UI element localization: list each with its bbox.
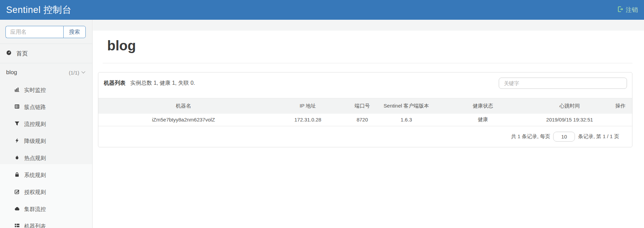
search-button[interactable]: 搜索 (63, 26, 86, 38)
cell-ip: 172.31.0.28 (269, 114, 347, 126)
sidebar-item-label: 集群流控 (24, 206, 46, 213)
keyword-search-input[interactable] (499, 78, 627, 89)
sidebar-search-area: 搜索 (0, 20, 92, 44)
check-square-icon (14, 189, 20, 196)
fire-icon (14, 155, 20, 162)
list-icon (14, 104, 20, 111)
sidebar-item-label: 流控规则 (24, 121, 46, 128)
app-health-count: (1/1) (69, 70, 79, 76)
chevron-down-icon (81, 70, 85, 74)
sidebar-item-label: 热点规则 (24, 155, 46, 162)
filter-icon (14, 121, 20, 128)
sidebar-item-home-label: 首页 (16, 50, 28, 58)
sidebar-item-cluster-link[interactable]: 簇点链路 (0, 99, 92, 116)
server-icon (14, 223, 20, 228)
col-heartbeat-time: 心跳时间 (531, 98, 609, 114)
machine-list-panel: 机器列表 实例总数 1, 健康 1, 失联 0. 机器名 IP 地址 端口号 S… (98, 72, 632, 147)
sidebar-item-home[interactable]: 首页 (0, 44, 92, 63)
sidebar-item-machine-list[interactable]: 机器列表 (0, 218, 92, 228)
sidebar-item-label: 授权规则 (24, 189, 46, 196)
brand-title[interactable]: Sentinel 控制台 (6, 4, 71, 16)
logout-button[interactable]: 注销 (617, 6, 638, 14)
page-size-input[interactable] (553, 132, 575, 142)
sidebar-item-label: 系统规则 (24, 172, 46, 179)
sidebar-item-system-rules[interactable]: 系统规则 (0, 167, 92, 184)
sidebar-item-authority-rules[interactable]: 授权规则 (0, 184, 92, 201)
sidebar-item-realtime-monitor[interactable]: 实时监控 (0, 82, 92, 99)
sidebar-item-cluster-flow[interactable]: 集群流控 (0, 201, 92, 218)
table-header-row: 机器名 IP 地址 端口号 Sentinel 客户端版本 健康状态 心跳时间 操… (98, 98, 632, 114)
cell-actions (609, 114, 632, 126)
cell-health-status: 健康 (435, 114, 531, 126)
main-area: blog 机器列表 实例总数 1, 健康 1, 失联 0. 机器名 IP (93, 20, 644, 228)
bar-chart-icon (14, 87, 20, 94)
cloud-icon (14, 206, 20, 213)
machine-list-panel-heading: 机器列表 实例总数 1, 健康 1, 失联 0. (98, 72, 632, 98)
sidebar-item-flow-rules[interactable]: 流控规则 (0, 116, 92, 133)
col-actions: 操作 (609, 98, 632, 114)
lock-icon (14, 172, 20, 179)
top-navbar: Sentinel 控制台 注销 (0, 0, 644, 20)
app-search-input[interactable] (5, 26, 63, 38)
instance-summary: 实例总数 1, 健康 1, 失联 0. (130, 80, 195, 87)
content-card: blog 机器列表 实例总数 1, 健康 1, 失联 0. 机器名 IP (93, 31, 644, 228)
sidebar-item-degrade-rules[interactable]: 降级规则 (0, 133, 92, 150)
sidebar-item-label: 簇点链路 (24, 104, 46, 111)
table-row: iZm5e7btyy8a2nm6237volZ 172.31.0.28 8720… (98, 114, 632, 126)
col-health-status: 健康状态 (435, 98, 531, 114)
sidebar-item-param-flow-rules[interactable]: 热点规则 (0, 150, 92, 167)
pagination-bar: 共 1 条记录, 每页 条记录, 第 1 / 1 页 (98, 126, 632, 147)
cell-machine-name: iZm5e7btyy8a2nm6237volZ (98, 114, 269, 126)
sidebar: 搜索 首页 blog (1/1) (0, 20, 93, 228)
pagination-total-text: 共 1 条记录, 每页 (511, 133, 550, 140)
sidebar-item-label: 降级规则 (24, 138, 46, 145)
app-name-label: blog (6, 69, 17, 76)
gauge-icon (6, 50, 12, 57)
title-divider (103, 63, 632, 63)
col-port: 端口号 (347, 98, 377, 114)
sidebar-item-label: 机器列表 (24, 223, 46, 228)
bolt-icon (14, 138, 20, 145)
sidebar-app-blog[interactable]: blog (1/1) (0, 63, 92, 82)
page-title: blog (107, 37, 632, 54)
sign-out-icon (617, 6, 624, 14)
panel-title: 机器列表 (104, 80, 126, 87)
cell-client-version: 1.6.3 (378, 114, 435, 126)
cell-heartbeat-time: 2019/09/15 19:32:51 (531, 114, 609, 126)
col-client-version: Sentinel 客户端版本 (378, 98, 435, 114)
machine-table: 机器名 IP 地址 端口号 Sentinel 客户端版本 健康状态 心跳时间 操… (98, 98, 632, 126)
sidebar-item-label: 实时监控 (24, 87, 46, 94)
col-machine-name: 机器名 (98, 98, 269, 114)
cell-port: 8720 (347, 114, 377, 126)
col-ip: IP 地址 (269, 98, 347, 114)
logout-label: 注销 (626, 6, 638, 14)
pagination-page-text: 条记录, 第 1 / 1 页 (578, 133, 619, 140)
